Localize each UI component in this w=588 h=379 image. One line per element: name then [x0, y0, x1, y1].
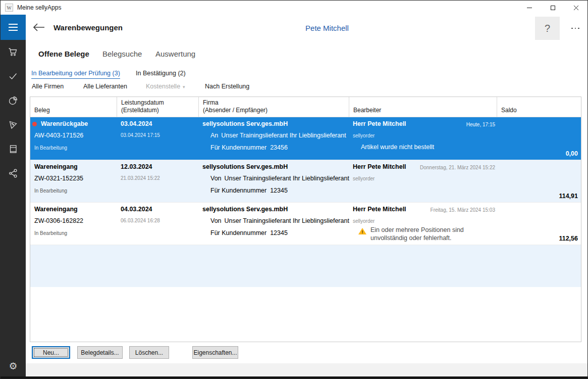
service-date: 04.03.2024	[121, 206, 152, 213]
delete-button[interactable]: Löschen...	[129, 346, 169, 359]
saldo-value: 114,91	[559, 193, 578, 200]
row-timestamp: Heute, 17:15	[466, 122, 495, 127]
filter-in-bearbeitung[interactable]: In Bearbeitung oder Prüfung (3)	[31, 70, 120, 79]
cell-leistungsdatum: 04.03.2024 06.03.2024 16:28	[117, 203, 198, 245]
hamburger-menu-button[interactable]	[1, 15, 26, 40]
column-header-saldo: Saldo	[497, 97, 581, 117]
company-name: sellysolutions Serv.ges.mbH	[202, 163, 288, 170]
more-button[interactable]	[564, 17, 587, 40]
direction-label: An	[210, 132, 218, 139]
document-type: Warenrückgabe	[32, 120, 88, 127]
tab-offene-belege[interactable]: Offene Belege	[38, 50, 89, 58]
table-header: Beleg Leistungsdatum(Erstelldatum) Firma…	[30, 97, 581, 117]
tab-auswertung[interactable]: Auswertung	[155, 50, 195, 58]
empty-row-stripe	[30, 245, 581, 287]
document-type-label: Warenrückgabe	[41, 120, 88, 127]
editor-app: sellyorder	[353, 133, 375, 138]
sidebar-item-cart[interactable]	[1, 40, 26, 64]
table-row[interactable]: Warenrückgabe AW-0403-171526 In Bearbeit…	[30, 117, 581, 160]
document-status: In Bearbeitung	[34, 230, 67, 236]
column-header-bearbeiter: Bearbeiter	[349, 97, 497, 117]
check-icon	[8, 71, 18, 81]
filter-in-bestaetigung[interactable]: In Bestätigung (2)	[136, 70, 186, 78]
pie-chart-icon	[8, 96, 18, 106]
window-bottom-border	[1, 376, 587, 378]
maximize-icon	[551, 6, 555, 10]
cart-icon	[8, 47, 18, 57]
cell-firma: sellysolutions Serv.ges.mbH VonUnser Tra…	[198, 203, 349, 245]
direction-label: Von	[210, 217, 222, 224]
bottom-strip	[26, 363, 587, 377]
warning-icon: !	[358, 228, 366, 235]
close-button[interactable]	[564, 1, 587, 15]
maximize-button[interactable]	[541, 1, 564, 15]
sidebar-item-book[interactable]	[1, 137, 26, 161]
created-date: 06.03.2024 16:28	[121, 218, 160, 223]
customer-number: 12345	[270, 229, 288, 236]
help-button[interactable]: ?	[535, 17, 560, 40]
filter-alle-firmen[interactable]: Alle Firmen	[32, 83, 64, 90]
window-title: Meine sellyApps	[17, 4, 61, 11]
gear-icon: ⚙	[9, 360, 17, 372]
customer-line: Für Kundennummer12345	[210, 187, 288, 194]
user-name[interactable]: Pete Mitchell	[305, 24, 349, 32]
app-icon[interactable]: W	[5, 4, 13, 12]
sidebar-item-check[interactable]	[1, 64, 26, 88]
document-number: AW-0403-171526	[34, 132, 83, 139]
sidebar-item-share[interactable]	[1, 161, 26, 185]
new-button[interactable]: Neu...	[32, 346, 70, 359]
table-row[interactable]: Wareneingang ZW-0321-152235 In Bearbeitu…	[30, 160, 581, 202]
editor-app: sellyorder	[353, 176, 375, 181]
table-row[interactable]: Wareneingang ZW-0306-162822 In Bearbeitu…	[30, 202, 581, 245]
main-content: Warenbewegungen Pete Mitchell ? Offene B…	[26, 15, 587, 378]
saldo-value: 0,00	[566, 150, 578, 157]
app-window: W Meine sellyApps	[0, 0, 588, 379]
hamburger-icon	[9, 24, 18, 25]
customer-number: 12345	[270, 187, 288, 194]
customer-label: Für Kundennummer	[210, 187, 266, 194]
partner-line: VonUnser Trainingslieferant Ihr Liebling…	[210, 175, 349, 182]
back-arrow-icon	[33, 23, 45, 31]
cell-firma: sellysolutions Serv.ges.mbH AnUnser Trai…	[198, 117, 349, 160]
customer-label: Für Kundennummer	[210, 229, 266, 236]
editor-name: Herr Pete Mitchell	[353, 120, 406, 127]
editor-name: Herr Pete Mitchell	[353, 163, 406, 170]
back-button[interactable]	[32, 21, 46, 34]
partner-line: AnUnser Trainingslieferant Ihr Lieblings…	[210, 132, 346, 139]
page-title: Warenbewegungen	[54, 23, 123, 32]
document-list: Warenrückgabe AW-0403-171526 In Bearbeit…	[30, 117, 581, 245]
filter-alle-lieferanten[interactable]: Alle Lieferanten	[83, 83, 127, 90]
sidebar-item-pie-chart[interactable]	[1, 88, 26, 113]
belegdetails-button[interactable]: Belegdetails...	[77, 346, 123, 359]
share-icon	[8, 168, 18, 178]
document-table: Beleg Leistungsdatum(Erstelldatum) Firma…	[30, 97, 581, 342]
settings-button[interactable]: ⚙	[1, 357, 26, 374]
caption-buttons	[518, 1, 587, 15]
status-dot-icon	[32, 122, 37, 126]
document-number: ZW-0306-162822	[34, 217, 83, 224]
flag-icon	[8, 120, 18, 130]
cell-leistungsdatum: 03.04.2024 03.04.2024 17:15	[117, 117, 198, 160]
document-type-label: Wareneingang	[34, 163, 78, 170]
more-icon	[571, 28, 573, 29]
row-timestamp: Donnerstag, 21. März 2024 15:22	[420, 165, 495, 170]
document-type: Wareneingang	[34, 163, 78, 170]
document-type-label: Wareneingang	[34, 206, 78, 213]
tab-belegsuche[interactable]: Belegsuche	[102, 50, 142, 58]
customer-line: Für Kundennummer23456	[210, 144, 288, 151]
filter-nach-erstellung[interactable]: Nach Erstellung	[205, 83, 249, 90]
warning-text: Ein oder mehrere Positionen sind unvolls…	[370, 226, 474, 242]
sidebar-item-flag[interactable]	[1, 113, 26, 137]
minimize-button[interactable]	[518, 1, 541, 15]
filter-kostenstelle[interactable]: Kostenstelle▾	[146, 83, 185, 90]
saldo-value: 112,56	[559, 235, 578, 242]
properties-button[interactable]: Eigenschaften...	[192, 346, 238, 359]
chevron-down-icon: ▾	[183, 84, 185, 89]
editor-name: Herr Pete Mitchell	[353, 206, 406, 213]
column-header-firma: Firma(Absender / Empfänger)	[198, 97, 349, 117]
sidebar: ⚙	[1, 15, 26, 378]
row-timestamp: Freitag, 15. März 2024 15:03	[431, 207, 495, 213]
service-date: 03.04.2024	[121, 120, 152, 127]
column-header-beleg: Beleg	[30, 97, 117, 117]
created-date: 21.03.2024 15:22	[121, 175, 160, 181]
